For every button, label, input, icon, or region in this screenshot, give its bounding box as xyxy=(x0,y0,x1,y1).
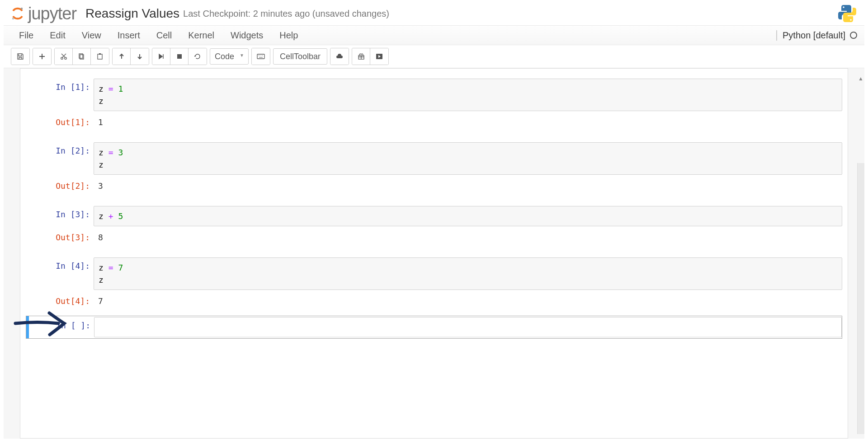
in-prompt-5: In [ ]: xyxy=(26,317,94,337)
code-cell-3[interactable]: In [3]: z + 5 xyxy=(26,206,842,226)
in-prompt-4: In [4]: xyxy=(26,257,94,290)
move-down-button[interactable] xyxy=(131,48,149,65)
cut-button[interactable] xyxy=(55,48,73,65)
keyboard-icon xyxy=(257,53,265,60)
output-cell-1: Out[1]: 1 xyxy=(26,114,842,131)
menu-kernel[interactable]: Kernel xyxy=(180,27,222,44)
output-text-2: 3 xyxy=(94,177,842,194)
refresh-icon xyxy=(194,53,201,60)
code-input-4[interactable]: z = 7 z xyxy=(94,257,842,290)
svg-rect-10 xyxy=(177,54,182,59)
code-cell-5[interactable]: In [ ]: xyxy=(26,316,842,339)
menu-widgets[interactable]: Widgets xyxy=(222,27,271,44)
gift-icon xyxy=(358,53,365,60)
kernel-name[interactable]: Python [default] xyxy=(776,30,845,41)
menu-view[interactable]: View xyxy=(74,27,109,44)
stop-icon xyxy=(176,53,183,60)
in-prompt-2: In [2]: xyxy=(26,142,94,175)
cut-icon xyxy=(60,53,67,60)
menu-insert[interactable]: Insert xyxy=(109,27,148,44)
checkpoint-status: Last Checkpoint: 2 minutes ago (unsaved … xyxy=(183,9,389,19)
menu-edit[interactable]: Edit xyxy=(42,27,73,44)
code-cell-2[interactable]: In [2]: z = 3 z xyxy=(26,142,842,175)
svg-rect-9 xyxy=(99,53,101,55)
copy-button[interactable] xyxy=(73,48,91,65)
svg-point-1 xyxy=(12,18,14,19)
gift-button[interactable] xyxy=(352,48,370,65)
output-text-1: 1 xyxy=(94,114,842,131)
python-logo-icon xyxy=(837,4,857,23)
in-prompt-1: In [1]: xyxy=(26,79,94,111)
presentation-button[interactable] xyxy=(370,48,388,65)
menubar: File Edit View Insert Cell Kernel Widget… xyxy=(4,25,864,45)
output-cell-2: Out[2]: 3 xyxy=(26,177,842,194)
code-cell-4[interactable]: In [4]: z = 7 z xyxy=(26,257,842,290)
menu-cell[interactable]: Cell xyxy=(148,27,180,44)
arrow-up-icon xyxy=(118,53,125,60)
out-prompt-1: Out[1]: xyxy=(26,114,94,131)
paste-button[interactable] xyxy=(91,48,109,65)
cell-toolbar-button[interactable]: CellToolbar xyxy=(273,48,327,65)
kernel-status-icon xyxy=(850,32,857,39)
copy-icon xyxy=(78,53,85,60)
jupyter-logo[interactable]: jupyter xyxy=(11,4,76,23)
svg-point-0 xyxy=(21,8,23,9)
svg-point-4 xyxy=(61,57,62,59)
menu-help[interactable]: Help xyxy=(271,27,306,44)
svg-point-3 xyxy=(850,19,852,21)
save-icon xyxy=(17,53,24,60)
out-prompt-4: Out[4]: xyxy=(26,293,94,309)
code-input-2[interactable]: z = 3 z xyxy=(94,142,842,175)
output-cell-3: Out[3]: 8 xyxy=(26,229,842,246)
stop-button[interactable] xyxy=(170,48,189,65)
plus-icon xyxy=(38,53,46,60)
out-prompt-3: Out[3]: xyxy=(26,229,94,246)
move-up-button[interactable] xyxy=(113,48,131,65)
notebook-title[interactable]: Reassign Values xyxy=(85,6,179,21)
run-button[interactable] xyxy=(152,48,170,65)
notebook-area: ▲ In [1]: z = 1 z Out[1]: 1 In [2]: z = … xyxy=(4,68,864,439)
output-text-4: 7 xyxy=(94,293,842,309)
code-cell-1[interactable]: In [1]: z = 1 z xyxy=(26,79,842,111)
step-forward-icon xyxy=(158,53,165,60)
save-button[interactable] xyxy=(11,48,29,65)
svg-point-5 xyxy=(64,57,66,59)
add-cell-button[interactable] xyxy=(33,48,51,65)
jupyter-logo-text: jupyter xyxy=(28,4,76,23)
svg-rect-8 xyxy=(98,54,102,59)
toolbar: Code CellToolbar xyxy=(4,45,864,68)
paste-icon xyxy=(96,53,104,60)
cloud-button[interactable] xyxy=(330,48,349,65)
restart-button[interactable] xyxy=(189,48,207,65)
scroll-up-indicator[interactable]: ▲ xyxy=(858,75,863,82)
svg-rect-11 xyxy=(257,54,264,59)
jupyter-logo-icon xyxy=(11,7,24,20)
arrow-down-icon xyxy=(137,53,143,60)
cloud-upload-icon xyxy=(335,53,344,60)
svg-point-2 xyxy=(843,6,844,8)
output-cell-4: Out[4]: 7 xyxy=(26,293,842,309)
play-in-box-icon xyxy=(376,53,383,60)
command-palette-button[interactable] xyxy=(252,48,270,65)
header-bar: jupyter Reassign Values Last Checkpoint:… xyxy=(4,0,864,25)
menu-file[interactable]: File xyxy=(11,27,42,44)
code-input-3[interactable]: z + 5 xyxy=(94,206,842,226)
code-input-1[interactable]: z = 1 z xyxy=(94,79,842,111)
cell-type-select[interactable]: Code xyxy=(210,48,249,65)
code-input-5[interactable] xyxy=(94,317,842,337)
out-prompt-2: Out[2]: xyxy=(26,177,94,194)
output-text-3: 8 xyxy=(94,229,842,246)
scrollbar[interactable] xyxy=(857,163,864,434)
in-prompt-3: In [3]: xyxy=(26,206,94,226)
